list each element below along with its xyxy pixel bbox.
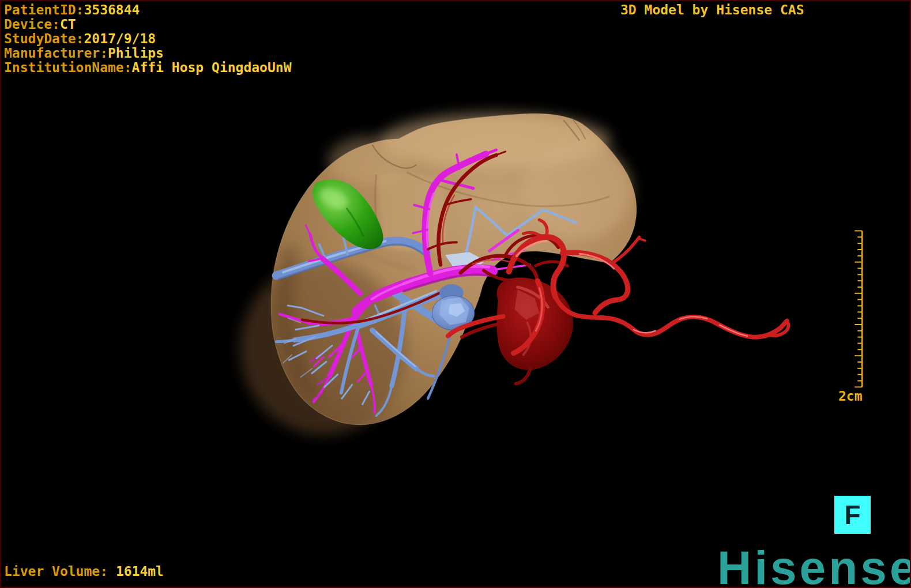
patient-info-label: InstitutionName: (4, 60, 132, 75)
patient-info-label: Manufacturer: (4, 46, 108, 61)
patient-info-value: 2017/9/18 (84, 31, 156, 46)
patient-info-line: InstitutionName:Affi Hosp QingdaoUnW (4, 61, 292, 75)
orientation-letter: F (844, 499, 860, 530)
patient-info-line: StudyDate:2017/9/18 (4, 32, 292, 46)
hisense-logo: Hisense (717, 541, 911, 588)
model-viewport[interactable] (1, 1, 910, 587)
liver-volume-readout: Liver Volume: 1614ml (4, 564, 164, 579)
patient-info-line: PatientID:3536844 (4, 3, 292, 17)
liver-volume-value: 1614ml (116, 564, 164, 579)
view-title: 3D Model by Hisense CAS (620, 3, 804, 17)
splenic-artery-long-branch (555, 297, 786, 337)
patient-info-value: 3536844 (84, 2, 140, 17)
patient-info-block: PatientID:3536844Device:CTStudyDate:2017… (4, 3, 292, 75)
orientation-marker-button[interactable]: F (834, 496, 871, 534)
patient-info-line: Manufacturer:Philips (4, 46, 292, 61)
patient-info-line: Device:CT (4, 17, 292, 32)
cas-3d-viewer: { "header": { "patient_info": [ {"label"… (0, 0, 911, 588)
patient-info-value: Affi Hosp QingdaoUnW (132, 60, 292, 75)
patient-info-label: StudyDate: (4, 31, 84, 46)
scale-ruler (854, 231, 862, 387)
patient-info-label: Device: (4, 17, 60, 32)
patient-info-value: Philips (108, 46, 164, 61)
patient-info-value: CT (60, 17, 76, 32)
scale-ruler-label: 2cm (838, 389, 863, 404)
patient-info-label: PatientID: (4, 2, 84, 17)
liver-volume-label: Liver Volume: (4, 564, 108, 579)
